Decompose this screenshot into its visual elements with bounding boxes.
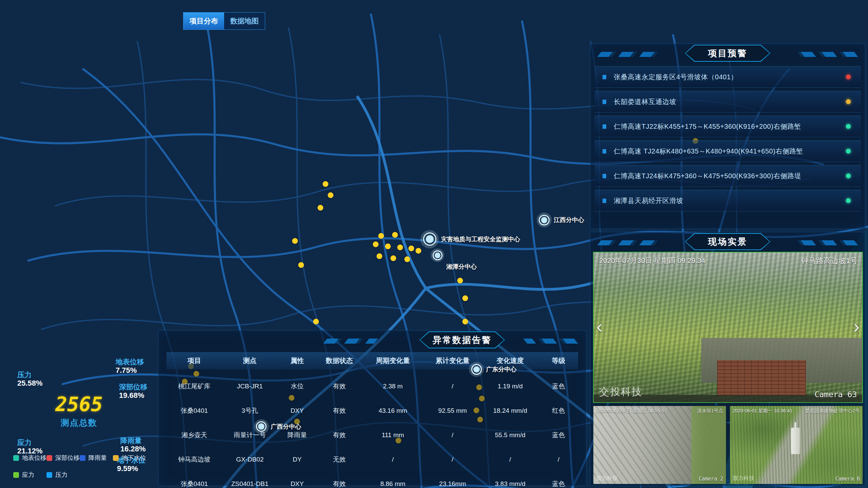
thumbnail-location: 娄底固体废物处理中心2号 bbox=[805, 408, 860, 414]
legend-item-地表位移[interactable]: 地表位移 bbox=[13, 454, 46, 462]
table-cell: 3.83 mm/d bbox=[481, 480, 539, 488]
table-cell: / bbox=[539, 456, 578, 463]
map-project-dot[interactable] bbox=[376, 253, 382, 259]
table-cell: 降雨量 bbox=[278, 431, 317, 440]
table-cell: / bbox=[424, 431, 481, 439]
legend-swatch bbox=[13, 472, 19, 478]
chevron-right-icon[interactable]: › bbox=[853, 317, 860, 336]
table-row: 钟马高边坡GX-DB02DY无效//// bbox=[166, 447, 578, 472]
map-panel[interactable]: 项目分布数据地图 江西分中心灾害地质与工程安全监测中心湘潭分中心广东分中心广西分… bbox=[0, 0, 429, 284]
thumbnail-brand: 致力科技 bbox=[596, 475, 618, 482]
header-decoration bbox=[523, 339, 578, 344]
warning-item-5[interactable]: 湘潭县天易经开区滑坡 bbox=[594, 190, 861, 211]
total-points-label: 测点总数 bbox=[61, 417, 97, 428]
table-cell: 无效 bbox=[317, 455, 362, 464]
legend-label: 压力 bbox=[55, 471, 67, 479]
camera-location-label: 钟马路高边坡1号 bbox=[801, 256, 857, 266]
map-project-dot[interactable] bbox=[298, 262, 304, 268]
warning-bullet-icon bbox=[603, 100, 606, 104]
map-project-dot[interactable] bbox=[328, 192, 334, 198]
map-project-dot[interactable] bbox=[385, 244, 391, 249]
table-cell: DXY bbox=[278, 480, 317, 488]
callout-name: 地表位移 bbox=[116, 358, 144, 366]
table-row: 张桑04013号孔DXY有效43.16 mm92.55 mm18.24 mm/d… bbox=[166, 399, 578, 423]
map-project-dot[interactable] bbox=[390, 255, 396, 261]
warning-item-1[interactable]: 长韶娄道林互通边坡 bbox=[594, 91, 861, 113]
camera-scene-forest bbox=[594, 252, 862, 402]
header-decoration bbox=[793, 52, 858, 57]
legend-item-深部位移[interactable]: 深部位移 bbox=[46, 454, 80, 462]
map-project-dot[interactable] bbox=[378, 233, 384, 239]
donut-center-total: 2565 测点总数 bbox=[37, 369, 121, 452]
table-row: 张桑0401ZS0401-DB1DXY有效8.86 mm23.16mm3.83 … bbox=[166, 472, 578, 488]
panel-title: 异常数据告警 bbox=[433, 334, 492, 346]
panel-title: 项目预警 bbox=[708, 47, 747, 59]
legend-item-应力[interactable]: 应力 bbox=[13, 471, 46, 479]
monitoring-pillar bbox=[791, 428, 800, 454]
table-cell: 有效 bbox=[317, 382, 362, 391]
table-row: 桃江尾矿库JCB-JR1水位有效2.38 m/1.19 m/d蓝色 bbox=[166, 374, 578, 399]
legend-swatch bbox=[46, 455, 52, 461]
column-header-项目: 项目 bbox=[166, 356, 222, 365]
map-project-dot[interactable] bbox=[415, 248, 421, 254]
table-cell: / bbox=[481, 456, 539, 463]
header-decoration bbox=[793, 240, 858, 245]
map-project-dot[interactable] bbox=[373, 242, 379, 247]
warning-status-dot bbox=[846, 149, 851, 154]
thumbnail-scene-grass bbox=[730, 406, 863, 484]
warning-status-dot bbox=[846, 174, 851, 178]
warning-bullet-icon bbox=[603, 124, 606, 129]
live-view-panel: 现场实景 2020年07月30日 星期四 09:29:34 钟马路高边坡1号 交… bbox=[590, 232, 865, 486]
table-cell: ZS0401-DB1 bbox=[222, 480, 278, 488]
table-cell: 92.55 mm bbox=[424, 407, 481, 414]
scene-brick-structure bbox=[717, 360, 806, 396]
column-header-数据状态: 数据状态 bbox=[317, 356, 362, 365]
camera-thumbnail-0[interactable]: 2020年06月02日 星期二 06:55:57清水坝1号点致力科技Camera… bbox=[593, 406, 726, 484]
legend-swatch bbox=[46, 472, 52, 478]
map-project-dot[interactable] bbox=[392, 232, 398, 238]
warning-text: 张桑高速永定服务区4号滑坡体（0401） bbox=[614, 73, 738, 82]
warning-status-dot bbox=[846, 99, 851, 104]
legend-item-地下水位[interactable]: 地下水位 bbox=[113, 454, 146, 462]
legend-label: 深部位移 bbox=[55, 454, 80, 462]
table-cell: DXY bbox=[278, 407, 317, 414]
legend-swatch bbox=[13, 455, 19, 461]
table-cell: 有效 bbox=[317, 406, 362, 415]
table-cell: 张桑0401 bbox=[166, 480, 222, 488]
legend-item-降雨量[interactable]: 降雨量 bbox=[80, 454, 113, 462]
panel-title-plate: 项目预警 bbox=[685, 45, 770, 62]
camera-thumbnail-1[interactable]: 2020-06-01 星期一 10:36:41娄底固体废物处理中心2号致力科技C… bbox=[730, 406, 863, 484]
callout-name: 应力 bbox=[17, 438, 43, 447]
warning-item-3[interactable]: 仁博高速 TJ24标K480+635～K480+940(K941+650)右侧路… bbox=[594, 140, 861, 162]
legend-label: 地表位移 bbox=[22, 454, 46, 462]
table-cell: DY bbox=[278, 456, 317, 463]
alerts-table-viewport[interactable]: 道林互通边坡5号孔DXY有效10.12 mm15.975.46 mm/d橙色桃江… bbox=[166, 369, 578, 488]
legend-swatch bbox=[80, 455, 85, 461]
map-project-dot[interactable] bbox=[397, 245, 403, 250]
map-project-dot[interactable] bbox=[317, 205, 323, 211]
warning-item-2[interactable]: 仁博高速TJ22标K455+175～K455+360(K916+200)右侧路堑 bbox=[594, 116, 861, 137]
map-marker-灾害地质与工程安全监测中心[interactable]: 灾害地质与工程安全监测中心 bbox=[420, 230, 429, 248]
thumbnail-location: 清水坝1号点 bbox=[697, 408, 723, 414]
map-project-dot[interactable] bbox=[404, 256, 410, 262]
column-header-变化速度: 变化速度 bbox=[481, 356, 539, 365]
camera-thumbnails: 2020年06月02日 星期二 06:55:57清水坝1号点致力科技Camera… bbox=[593, 406, 863, 484]
warning-item-0[interactable]: 张桑高速永定服务区4号滑坡体（0401） bbox=[594, 66, 861, 88]
table-cell: 18.24 mm/d bbox=[481, 407, 539, 414]
chevron-left-icon[interactable]: ‹ bbox=[596, 317, 603, 336]
project-warnings-panel: 项目预警 张桑高速永定服务区4号滑坡体（0401）长韶娄道林互通边坡仁博高速TJ… bbox=[590, 43, 865, 229]
warning-status-dot bbox=[846, 198, 851, 203]
warnings-list: 张桑高速永定服务区4号滑坡体（0401）长韶娄道林互通边坡仁博高速TJ22标K4… bbox=[594, 66, 861, 211]
map-project-dot[interactable] bbox=[323, 181, 329, 187]
map-tab-1[interactable]: 数据地图 bbox=[224, 13, 265, 29]
camera-main-view[interactable]: 2020年07月30日 星期四 09:29:34 钟马路高边坡1号 交投科技 C… bbox=[593, 252, 863, 403]
callout-percent: 25.58% bbox=[17, 379, 43, 388]
map-project-dot[interactable] bbox=[409, 245, 414, 251]
warning-item-4[interactable]: 仁博高速TJ24标K475+360～K475+500(K936+300)右侧路堤 bbox=[594, 165, 861, 187]
total-points-value: 2565 bbox=[55, 393, 103, 416]
table-cell: 有效 bbox=[317, 431, 362, 440]
legend-item-压力[interactable]: 压力 bbox=[46, 471, 80, 479]
map-tab-0[interactable]: 项目分布 bbox=[183, 13, 224, 29]
map-project-dot[interactable] bbox=[292, 238, 298, 244]
legend-label: 应力 bbox=[22, 471, 34, 479]
